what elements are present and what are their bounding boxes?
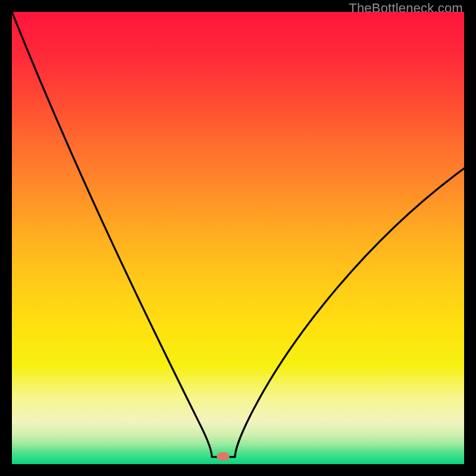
optimal-point-marker — [217, 452, 230, 461]
bottleneck-curve — [12, 12, 464, 457]
chart-plot — [12, 12, 464, 464]
chart-frame — [12, 12, 464, 464]
